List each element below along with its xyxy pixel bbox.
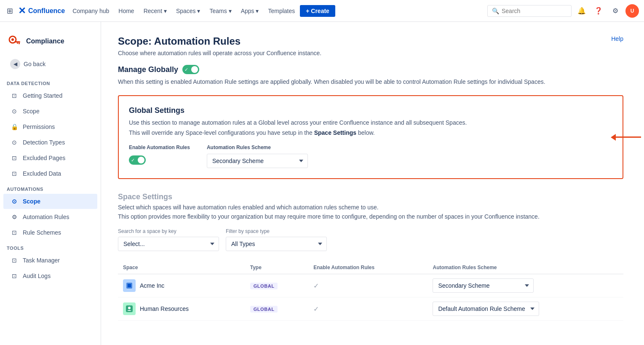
space-settings-desc2: This option provides more flexibility to… xyxy=(118,213,623,220)
sidebar-item-scope-detection[interactable]: ⊙ Scope xyxy=(3,104,97,119)
nav-home[interactable]: Home xyxy=(114,5,138,17)
nav-teams[interactable]: Teams ▾ xyxy=(206,5,236,17)
main-content: Help Scope: Automation Rules Choose wher… xyxy=(101,22,640,345)
nav-templates[interactable]: Templates xyxy=(264,5,299,17)
sidebar-item-permissions[interactable]: 🔒 Permissions xyxy=(3,119,97,134)
grid-icon[interactable]: ⊞ xyxy=(5,5,15,17)
main-layout: Compliance ◀ Go back DATA DETECTION ⊡ Ge… xyxy=(0,0,644,345)
col-type: Type xyxy=(245,261,309,274)
create-button[interactable]: + Create xyxy=(300,5,335,17)
sidebar-item-excluded-data[interactable]: ⊡ Excluded Data xyxy=(3,166,97,181)
compliance-key-icon xyxy=(7,34,22,49)
svg-point-1 xyxy=(11,38,14,41)
sidebar-item-label: Detection Types xyxy=(23,139,65,146)
svg-point-8 xyxy=(128,307,131,309)
space-settings-title: Space Settings xyxy=(118,193,623,201)
sidebar-item-task-manager[interactable]: ⊡ Task Manager xyxy=(3,253,97,268)
section-data-detection: DATA DETECTION xyxy=(0,76,101,88)
scheme-field: Automation Rules Scheme Secondary Scheme xyxy=(207,144,308,168)
sidebar-item-audit-logs[interactable]: ⊡ Audit Logs xyxy=(3,268,97,283)
back-arrow-icon: ◀ xyxy=(10,59,20,69)
go-back-button[interactable]: ◀ Go back xyxy=(3,56,97,72)
nav-spaces[interactable]: Spaces ▾ xyxy=(172,5,205,17)
excluded-data-icon: ⊡ xyxy=(10,169,19,178)
row-scheme-dropdown-0[interactable]: Secondary Scheme xyxy=(433,278,534,293)
manage-globally-label: Manage Globally xyxy=(118,65,178,74)
scheme-dropdown[interactable]: Secondary Scheme xyxy=(207,154,308,168)
enable-rules-field: Enable Automation Rules ✓ xyxy=(129,144,190,165)
sidebar: Compliance ◀ Go back DATA DETECTION ⊡ Ge… xyxy=(0,22,101,345)
search-box[interactable]: 🔍 xyxy=(487,5,572,17)
getting-started-icon: ⊡ xyxy=(10,91,19,100)
manage-globally-description: When this setting is enabled Automation … xyxy=(118,78,623,85)
desc2-prefix: This will override any Space-level confi… xyxy=(129,129,314,136)
checkmark-icon: ✓ xyxy=(313,282,319,289)
scheme-label: Automation Rules Scheme xyxy=(207,144,308,150)
help-link[interactable]: Help xyxy=(594,22,640,56)
search-input[interactable] xyxy=(502,8,561,14)
settings-icon[interactable]: ⚙ xyxy=(609,4,622,18)
user-avatar[interactable]: U xyxy=(625,4,639,18)
space-search-dropdown[interactable]: Select... xyxy=(118,237,219,251)
enable-cell: ✓ xyxy=(308,274,428,297)
sidebar-item-label: Automation Rules xyxy=(23,214,69,220)
sidebar-item-getting-started[interactable]: ⊡ Getting Started xyxy=(3,88,97,103)
sidebar-item-rule-schemes[interactable]: ⊡ Rule Schemes xyxy=(3,225,97,240)
nav-apps[interactable]: Apps ▾ xyxy=(237,5,263,17)
arrow-annotation: C xyxy=(611,131,644,143)
space-name: Human Resources xyxy=(140,305,189,312)
excluded-pages-icon: ⊡ xyxy=(10,154,19,162)
page-subtitle: Choose where automation rules will opera… xyxy=(118,50,623,56)
manage-globally-toggle[interactable]: ✓ xyxy=(182,65,199,74)
svg-rect-3 xyxy=(19,43,20,44)
space-settings-desc1: Select which spaces will have automation… xyxy=(118,204,623,211)
nav-company-hub[interactable]: Company hub xyxy=(68,5,113,17)
type-cell: GLOBAL xyxy=(245,297,309,321)
sidebar-item-label: Audit Logs xyxy=(23,273,51,279)
sidebar-item-label: Excluded Pages xyxy=(23,155,65,161)
sidebar-item-label: Permissions xyxy=(23,123,55,130)
confluence-logo[interactable]: ✕ Confluence xyxy=(18,5,65,16)
scheme-cell: Secondary Scheme xyxy=(428,274,623,297)
enable-rules-label: Enable Automation Rules xyxy=(129,144,190,150)
svg-rect-4 xyxy=(17,43,18,44)
sidebar-item-label: Scope xyxy=(23,198,40,205)
global-settings-fields: Enable Automation Rules ✓ Automation Rul… xyxy=(129,144,612,168)
page-title: Scope: Automation Rules xyxy=(118,35,623,47)
space-icon-acme xyxy=(123,279,136,292)
global-settings-box: Global Settings Use this section to mana… xyxy=(118,95,623,179)
space-search-label: Search for a space by key xyxy=(118,228,219,234)
section-automations: AUTOMATIONS xyxy=(0,182,101,193)
audit-logs-icon: ⊡ xyxy=(10,272,19,280)
table-header: Space Type Enable Automation Rules Autom… xyxy=(118,261,623,274)
global-settings-desc2: This will override any Space-level confi… xyxy=(129,129,612,136)
confluence-logo-icon: ✕ xyxy=(18,5,26,16)
col-enable: Enable Automation Rules xyxy=(308,261,428,274)
type-badge: GLOBAL xyxy=(250,283,278,289)
task-manager-icon: ⊡ xyxy=(10,256,19,265)
sidebar-item-scope-auto[interactable]: ⊙ Scope xyxy=(3,194,97,209)
help-icon[interactable]: ❓ xyxy=(592,4,605,18)
go-back-label: Go back xyxy=(24,61,45,67)
space-cell: Acme Inc xyxy=(118,274,245,297)
enable-rules-toggle[interactable]: ✓ xyxy=(129,155,146,165)
row-scheme-dropdown-1[interactable]: Default Automation Rule Scheme xyxy=(433,302,539,316)
sidebar-item-label: Scope xyxy=(23,108,40,115)
sidebar-item-detection-types[interactable]: ⊙ Detection Types xyxy=(3,135,97,150)
checkmark-icon: ✓ xyxy=(313,305,319,313)
global-settings-title: Global Settings xyxy=(129,106,612,115)
type-cell: GLOBAL xyxy=(245,274,309,297)
rule-schemes-icon: ⊡ xyxy=(10,228,19,237)
sidebar-item-automation-rules[interactable]: ⚙ Automation Rules xyxy=(3,209,97,225)
search-icon: 🔍 xyxy=(492,8,499,14)
space-type-dropdown[interactable]: All Types xyxy=(226,237,327,251)
filters-row: Search for a space by key Select... Filt… xyxy=(118,228,623,251)
sidebar-item-excluded-pages[interactable]: ⊡ Excluded Pages xyxy=(3,150,97,166)
toggle-checkmark: ✓ xyxy=(184,67,188,72)
spaces-table: Space Type Enable Automation Rules Autom… xyxy=(118,261,623,321)
manage-globally-row: Manage Globally ✓ xyxy=(118,65,623,74)
notifications-icon[interactable]: 🔔 xyxy=(575,4,588,18)
sidebar-brand-name: Compliance xyxy=(26,37,64,45)
top-navigation: ⊞ ✕ Confluence Company hub Home Recent ▾… xyxy=(0,0,644,22)
nav-recent[interactable]: Recent ▾ xyxy=(139,5,171,17)
